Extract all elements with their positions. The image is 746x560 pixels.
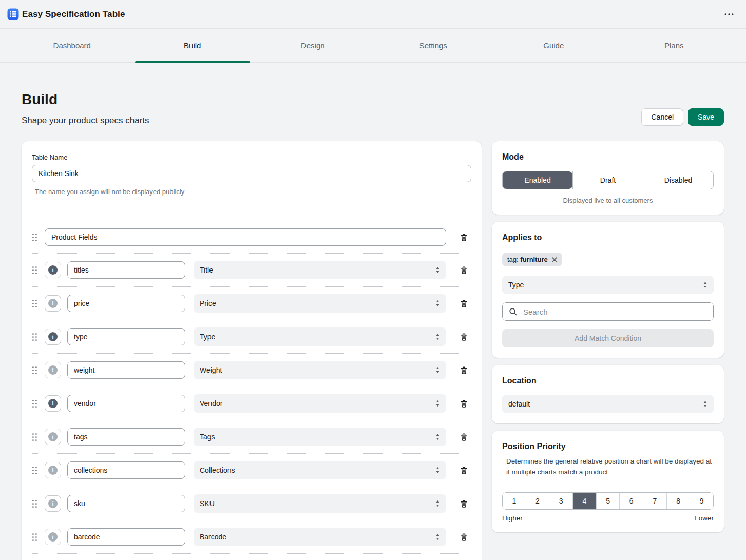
field-key-input[interactable] — [67, 395, 185, 412]
field-display-value: Weight — [200, 366, 222, 374]
priority-option-3[interactable]: 3 — [549, 493, 572, 509]
info-button[interactable]: i — [45, 462, 61, 478]
field-row: i Title — [32, 254, 471, 287]
delete-field-button[interactable] — [456, 497, 471, 510]
tab-settings[interactable]: Settings — [373, 29, 494, 62]
delete-field-button[interactable] — [456, 297, 471, 310]
field-display-select[interactable]: Vendor — [194, 394, 446, 413]
priority-option-1[interactable]: 1 — [503, 493, 526, 509]
field-key-input[interactable] — [67, 261, 185, 279]
tag-chip: tag: furniture — [502, 253, 562, 266]
field-display-value: Price — [200, 299, 216, 307]
field-key-input[interactable] — [67, 328, 185, 345]
info-button[interactable]: i — [45, 295, 61, 312]
field-display-select[interactable]: Tags — [194, 428, 446, 446]
delete-field-button[interactable] — [456, 531, 471, 544]
info-icon: i — [48, 532, 58, 542]
info-button[interactable]: i — [45, 495, 61, 512]
app-logo-icon — [7, 8, 19, 20]
table-name-helper: The name you assign will not be displaye… — [35, 188, 471, 196]
app-title: Easy Specification Table — [22, 9, 125, 20]
search-input[interactable] — [522, 307, 707, 317]
field-key-input[interactable] — [67, 295, 185, 312]
updown-arrows-icon — [435, 467, 440, 474]
info-button[interactable]: i — [45, 362, 61, 378]
trash-icon — [460, 499, 468, 508]
field-key-input[interactable] — [67, 528, 185, 546]
mode-option-disabled[interactable]: Disabled — [643, 171, 713, 189]
priority-option-6[interactable]: 6 — [619, 493, 643, 509]
field-rows: i Title i — [32, 221, 471, 554]
field-key-input[interactable] — [67, 428, 185, 446]
table-name-input[interactable] — [32, 165, 471, 182]
field-row: i Vendor — [32, 387, 471, 420]
field-display-value: Barcode — [200, 533, 226, 541]
field-display-select[interactable]: SKU — [194, 494, 446, 513]
field-row: i Price — [32, 287, 471, 320]
delete-field-button[interactable] — [456, 397, 471, 410]
drag-handle-icon[interactable] — [32, 233, 39, 242]
updown-arrows-icon — [703, 281, 707, 288]
field-display-select[interactable]: Weight — [194, 361, 446, 379]
location-select[interactable]: default — [502, 395, 714, 413]
info-button[interactable]: i — [45, 395, 61, 412]
priority-option-7[interactable]: 7 — [643, 493, 666, 509]
drag-handle-icon[interactable] — [32, 499, 39, 508]
drag-handle-icon[interactable] — [32, 533, 39, 542]
priority-option-8[interactable]: 8 — [666, 493, 690, 509]
trash-icon — [460, 299, 468, 308]
remove-tag-button[interactable] — [552, 257, 557, 262]
field-display-select[interactable]: Barcode — [194, 528, 446, 546]
tab-build[interactable]: Build — [132, 29, 253, 62]
priority-option-5[interactable]: 5 — [596, 493, 620, 509]
tag-chip-text: tag: furniture — [507, 256, 548, 263]
drag-handle-icon[interactable] — [32, 433, 39, 441]
mode-option-draft[interactable]: Draft — [572, 171, 643, 189]
cancel-button[interactable]: Cancel — [641, 108, 683, 126]
field-display-value: SKU — [200, 499, 215, 508]
trash-icon — [460, 399, 468, 408]
delete-field-button[interactable] — [456, 464, 471, 477]
match-type-select[interactable]: Type — [502, 276, 714, 294]
field-key-input[interactable] — [67, 495, 185, 512]
field-key-input[interactable] — [67, 461, 185, 479]
add-match-condition-button[interactable]: Add Match Condition — [502, 329, 714, 347]
field-display-select[interactable]: Type — [194, 327, 446, 346]
info-button[interactable]: i — [45, 262, 61, 278]
delete-field-button[interactable] — [456, 364, 471, 377]
drag-handle-icon[interactable] — [32, 466, 39, 475]
info-button[interactable]: i — [45, 329, 61, 345]
delete-field-button[interactable] — [456, 431, 471, 443]
drag-handle-icon[interactable] — [32, 266, 39, 275]
tab-guide[interactable]: Guide — [493, 29, 614, 62]
delete-field-button[interactable] — [456, 331, 471, 343]
priority-option-2[interactable]: 2 — [526, 493, 549, 509]
drag-handle-icon[interactable] — [32, 366, 39, 375]
field-display-select[interactable]: Title — [194, 261, 446, 279]
field-row: i Weight — [32, 354, 471, 387]
info-icon: i — [48, 365, 58, 375]
group-name-input[interactable] — [45, 228, 446, 246]
delete-field-button[interactable] — [456, 264, 471, 277]
priority-option-4[interactable]: 4 — [572, 493, 596, 509]
tab-design[interactable]: Design — [253, 29, 373, 62]
drag-handle-icon[interactable] — [32, 333, 39, 341]
save-button[interactable]: Save — [688, 108, 724, 126]
mode-option-enabled[interactable]: Enabled — [503, 171, 572, 189]
field-display-select[interactable]: Price — [194, 294, 446, 313]
tab-dashboard[interactable]: Dashboard — [12, 29, 132, 62]
field-display-value: Type — [200, 333, 215, 341]
trash-icon — [460, 266, 468, 275]
info-button[interactable]: i — [45, 429, 61, 445]
drag-handle-icon[interactable] — [32, 399, 39, 408]
overflow-menu-button[interactable] — [721, 11, 737, 18]
info-button[interactable]: i — [45, 529, 61, 545]
drag-handle-icon[interactable] — [32, 299, 39, 308]
table-name-label: Table Name — [32, 153, 471, 161]
tab-plans[interactable]: Plans — [614, 29, 735, 62]
priority-option-9[interactable]: 9 — [690, 493, 713, 509]
field-display-select[interactable]: Collections — [194, 461, 446, 479]
info-icon: i — [48, 499, 58, 508]
delete-group-button[interactable] — [456, 231, 471, 244]
field-key-input[interactable] — [67, 361, 185, 379]
